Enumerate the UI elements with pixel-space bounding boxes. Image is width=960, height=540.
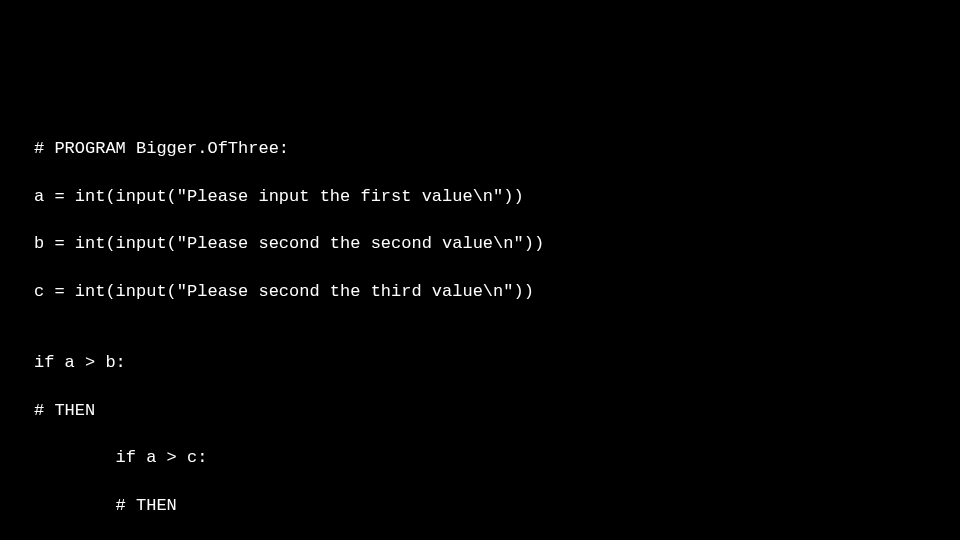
code-line: # THEN <box>34 494 960 518</box>
code-line: if a > c: <box>34 446 960 470</box>
code-line: b = int(input("Please second the second … <box>34 232 960 256</box>
code-line: # THEN <box>34 399 960 423</box>
code-line: a = int(input("Please input the first va… <box>34 185 960 209</box>
code-line: c = int(input("Please second the third v… <box>34 280 960 304</box>
code-line: # PROGRAM Bigger.OfThree: <box>34 137 960 161</box>
code-line: if a > b: <box>34 351 960 375</box>
code-block: # PROGRAM Bigger.OfThree: a = int(input(… <box>34 113 960 540</box>
